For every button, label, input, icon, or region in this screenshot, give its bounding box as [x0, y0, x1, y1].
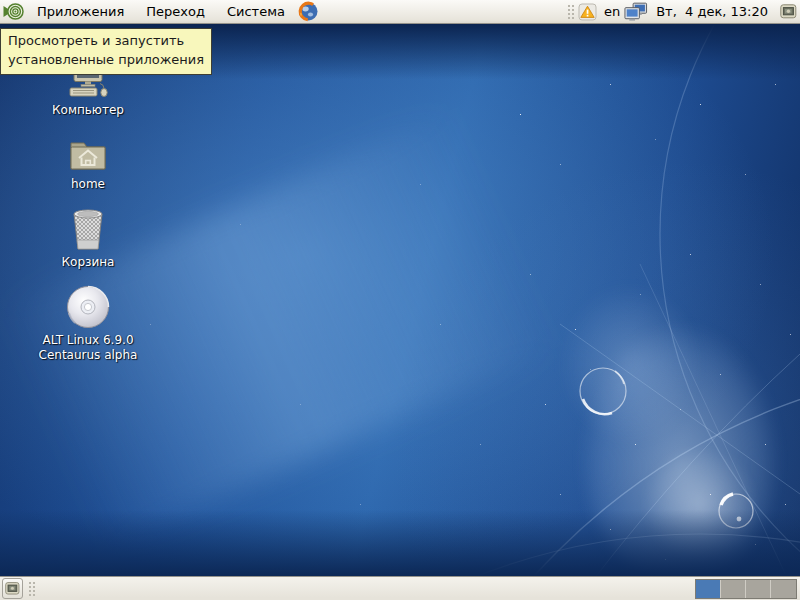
keyboard-layout-indicator[interactable]: en [600, 4, 624, 19]
cd-disc-icon [65, 284, 111, 330]
show-desktop-button[interactable] [2, 578, 23, 599]
applet-drag-handle[interactable] [566, 3, 574, 21]
workspace-3[interactable] [746, 580, 771, 598]
menu-applications[interactable]: Приложения [26, 0, 135, 23]
home-folder-icon [67, 136, 109, 174]
trash-icon [68, 208, 108, 252]
desktop-icon-label: Компьютер [52, 103, 124, 118]
screenshot-applet-icon[interactable] [776, 0, 800, 24]
desktop-icon-label: Корзина [62, 255, 115, 270]
workspace-2[interactable] [721, 580, 746, 598]
clock-applet[interactable]: Вт, 4 дек, 13:20 [648, 4, 776, 19]
desktop-wallpaper[interactable]: Компьютер home [0, 24, 800, 576]
alt-linux-menu-logo-icon[interactable] [0, 0, 26, 24]
workspace-switcher [695, 579, 797, 599]
desktop-icon-label: home [71, 177, 105, 192]
top-panel: Приложения Переход Система [0, 0, 800, 24]
nebula-haze [560, 284, 700, 444]
nebula-cloud [580, 324, 780, 576]
update-notifier-warning-icon[interactable] [576, 0, 600, 24]
desktop-icon-home[interactable]: home [38, 136, 138, 192]
display-monitors-icon[interactable] [624, 0, 648, 24]
show-desktop-icon [5, 581, 20, 596]
alt-linux-desktop-screen: Приложения Переход Система [0, 0, 800, 600]
taskbar-drag-handle[interactable] [27, 580, 35, 598]
firefox-launcher-icon[interactable] [296, 0, 322, 24]
applications-menu-tooltip: Просмотреть и запустить установленные пр… [0, 28, 212, 75]
bottom-panel [0, 576, 800, 600]
desktop-icon-trash[interactable]: Корзина [38, 208, 138, 270]
workspace-4[interactable] [771, 580, 796, 598]
menu-system[interactable]: Система [216, 0, 296, 23]
desktop-icon-cd[interactable]: ALT Linux 6.9.0 Centaurus alpha [38, 284, 138, 363]
workspace-1[interactable] [696, 580, 721, 598]
desktop-icon-label: ALT Linux 6.9.0 Centaurus alpha [39, 333, 138, 363]
menu-places[interactable]: Переход [135, 0, 216, 23]
wallpaper-stars [0, 24, 1, 25]
nebula-core [640, 444, 760, 564]
